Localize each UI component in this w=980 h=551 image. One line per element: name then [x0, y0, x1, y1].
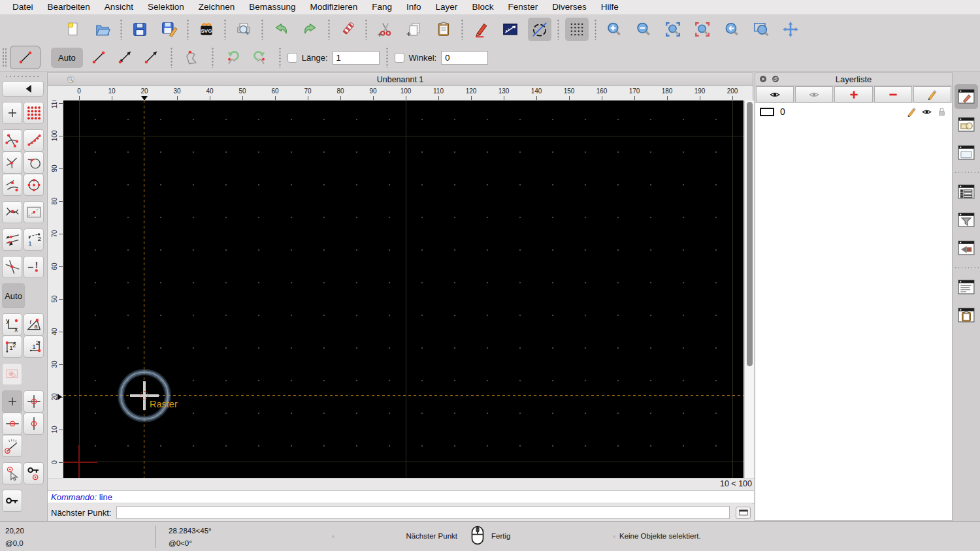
- edit-attributes-pen-button[interactable]: [469, 18, 493, 41]
- remove-layer-button[interactable]: [874, 86, 912, 102]
- layer-lock-icon[interactable]: [936, 106, 947, 118]
- palette-drag-handle[interactable]: [5, 75, 41, 78]
- layer-color-swatch[interactable]: [760, 108, 774, 116]
- zoom-out-button[interactable]: [632, 18, 655, 41]
- back-arrow-button[interactable]: [2, 81, 44, 97]
- restrict-nothing-button[interactable]: [2, 390, 22, 413]
- menu-hilfe[interactable]: Hilfe: [594, 0, 626, 14]
- zoom-previous-button[interactable]: [691, 18, 714, 41]
- drawing-canvas[interactable]: Raster: [63, 101, 743, 478]
- snap-distance-points-button[interactable]: 21: [24, 228, 44, 251]
- zoom-window-button[interactable]: [749, 18, 773, 41]
- set-relative-zero-button[interactable]: [2, 462, 22, 484]
- save-button[interactable]: [128, 18, 152, 41]
- copy-button[interactable]: [402, 18, 426, 41]
- menu-datei[interactable]: Datei: [5, 0, 41, 14]
- snap-free-button[interactable]: [2, 102, 22, 124]
- menu-info[interactable]: Info: [399, 0, 429, 14]
- export-svg-button[interactable]: SVG: [195, 18, 218, 41]
- snap-distance-button[interactable]: [24, 174, 44, 196]
- line-arrow-button[interactable]: [138, 46, 164, 69]
- dock-command-history-toggle[interactable]: [955, 275, 978, 300]
- segment-undo-button[interactable]: [220, 46, 246, 69]
- lock-relative-zero-button[interactable]: [24, 462, 44, 484]
- menu-bemassung[interactable]: Bemassung: [242, 0, 302, 14]
- snap-middle-button[interactable]: [2, 174, 22, 196]
- open-file-button[interactable]: [91, 18, 114, 41]
- edit-layer-icon[interactable]: [906, 106, 917, 118]
- menu-ansicht[interactable]: Ansicht: [97, 0, 140, 14]
- snap-on-entity-button[interactable]: [24, 129, 44, 151]
- measure-distance-button[interactable]: [498, 18, 522, 41]
- undock-icon[interactable]: [770, 74, 781, 84]
- line-mode-auto-button[interactable]: Auto: [51, 48, 83, 68]
- menu-selektion[interactable]: Selektion: [140, 0, 191, 14]
- command-input[interactable]: [116, 506, 730, 519]
- layer-row[interactable]: 0: [755, 103, 952, 120]
- paste-button[interactable]: [432, 18, 455, 41]
- snap-angle-button[interactable]: [2, 435, 22, 457]
- zoom-in-button[interactable]: [602, 18, 626, 41]
- line-two-points-button[interactable]: [86, 46, 112, 69]
- close-icon[interactable]: [758, 74, 768, 84]
- snap-distance-manual-button[interactable]: [2, 228, 22, 251]
- dock-entity-filter-toggle[interactable]: [955, 208, 978, 232]
- dock-layer-list-toggle[interactable]: [955, 84, 978, 109]
- hide-all-layers-button[interactable]: [795, 86, 833, 102]
- polyline-button[interactable]: [179, 46, 205, 69]
- toolbar-drag-handle[interactable]: [2, 48, 7, 67]
- print-preview-button[interactable]: [232, 18, 255, 41]
- restrict-warning-button[interactable]: !: [24, 256, 44, 278]
- dock-plugin-toggle[interactable]: [955, 236, 978, 260]
- key-button[interactable]: [2, 490, 22, 512]
- length-checkbox[interactable]: [287, 53, 297, 63]
- snap-tangent-button[interactable]: [24, 151, 44, 174]
- dock-clipboard-toggle[interactable]: [955, 303, 978, 328]
- cut-button[interactable]: [373, 18, 397, 41]
- delete-entities-button[interactable]: [336, 18, 359, 41]
- restrict-horizontal-button[interactable]: [2, 413, 22, 435]
- length-input[interactable]: [333, 51, 380, 65]
- snap-auto-button[interactable]: Auto: [2, 283, 25, 308]
- redo-button[interactable]: [299, 18, 322, 41]
- coord-polar-button[interactable]: ra: [24, 313, 44, 336]
- zoom-pan-button[interactable]: [779, 18, 802, 41]
- coord-cartesian-button[interactable]: yx: [2, 313, 22, 336]
- snap-endpoint-button[interactable]: [2, 129, 22, 151]
- menu-zeichnen[interactable]: Zeichnen: [191, 0, 242, 14]
- edit-layer-button[interactable]: [913, 86, 951, 102]
- menu-layer[interactable]: Layer: [429, 0, 465, 14]
- undo-button[interactable]: [269, 18, 293, 41]
- drawing-window-titlebar[interactable]: Unbenannt 1: [48, 73, 753, 86]
- menu-bearbeiten[interactable]: Bearbeiten: [41, 0, 97, 14]
- menu-modifizieren[interactable]: Modifizieren: [303, 0, 365, 14]
- dock-block-list-toggle[interactable]: [955, 112, 978, 137]
- restrict-orthogonal-button[interactable]: [24, 390, 44, 413]
- snap-center-button[interactable]: [2, 151, 22, 174]
- command-window-toggle-button[interactable]: [736, 507, 751, 519]
- tool-image-disabled-button[interactable]: [2, 363, 22, 385]
- zoom-back-button[interactable]: [720, 18, 743, 41]
- grid-toggle-button[interactable]: [565, 18, 589, 41]
- menu-block[interactable]: Block: [465, 0, 500, 14]
- new-document-button[interactable]: [61, 18, 85, 41]
- snap-grid-button[interactable]: [24, 102, 44, 124]
- restrict-vertical-button[interactable]: [24, 413, 44, 435]
- vertical-scrollbar[interactable]: [744, 101, 754, 478]
- angle-input[interactable]: [441, 51, 488, 65]
- layer-visibility-icon[interactable]: [921, 106, 932, 118]
- line-double-arrow-button[interactable]: [112, 46, 138, 69]
- scrollbar-thumb[interactable]: [747, 102, 753, 366]
- save-as-button[interactable]: [157, 18, 181, 41]
- menu-fang[interactable]: Fang: [365, 0, 399, 14]
- rel-polar-button[interactable]: 12: [24, 336, 44, 358]
- menu-fenster[interactable]: Fenster: [500, 0, 545, 14]
- zoom-auto-button[interactable]: [661, 18, 685, 41]
- dock-entity-list-toggle[interactable]: [955, 180, 978, 204]
- horizontal-scrollbar[interactable]: 10 < 100: [48, 478, 754, 490]
- segment-redo-button[interactable]: [246, 46, 272, 69]
- angle-checkbox[interactable]: [395, 53, 404, 63]
- restrict-box-button[interactable]: [24, 201, 44, 223]
- rel-cartesian-button[interactable]: 12: [2, 336, 22, 358]
- current-tool-line-button[interactable]: [10, 46, 41, 69]
